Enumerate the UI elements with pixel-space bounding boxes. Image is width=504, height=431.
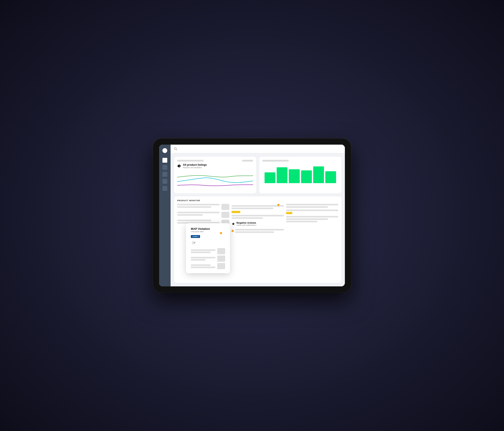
placeholder-line [191, 264, 211, 266]
placeholder-block-1 [221, 204, 229, 210]
col2-mid-placeholders [232, 215, 284, 219]
sidebar-logo [162, 148, 167, 153]
monitor-col-3 [286, 204, 338, 280]
monitor-row-2 [177, 212, 229, 218]
col3-row-3 [286, 216, 338, 222]
chart-title: All product listings [183, 163, 207, 166]
placeholder-line [286, 204, 338, 205]
placeholder-line [286, 210, 338, 211]
placeholder-line [177, 220, 211, 221]
alert-dot-bottom [232, 230, 234, 232]
yellow-badge-top [232, 211, 240, 213]
line-chart-svg [177, 170, 253, 189]
chart-label-text: All product listings Reports and analyti… [183, 163, 207, 169]
screen: All product listings Reports and analyti… [159, 145, 345, 286]
col2-top-placeholders [232, 205, 284, 209]
placeholder-line [235, 229, 284, 231]
placeholder-line [191, 257, 216, 258]
bar-6 [325, 171, 336, 183]
placeholder-line [191, 251, 211, 253]
search-icon[interactable] [174, 147, 178, 151]
popup-line-2 [191, 256, 225, 262]
monitor-title: PRODUCT MONITOR [177, 199, 338, 202]
placeholder-line [191, 249, 216, 251]
popup-line-1 [191, 248, 225, 254]
col2-bottom-placeholders [235, 229, 284, 233]
placeholder-line [235, 231, 274, 233]
bar-chart-header [262, 160, 338, 162]
map-violation-popup: MAP Violation Low price alert LOWE'S › ☞ [186, 223, 230, 273]
chart-placeholder-short [242, 160, 253, 162]
sidebar-item-products[interactable] [162, 165, 167, 170]
bar-4 [301, 170, 312, 183]
popup-line-2-text [191, 257, 216, 261]
placeholder-line [286, 216, 338, 217]
sidebar-item-settings[interactable] [162, 179, 167, 184]
bar-1 [265, 172, 275, 183]
popup-line-1-text [191, 249, 216, 253]
negative-reviews-subtitle: Alerts and notifications [236, 224, 256, 226]
popup-line-3-text [191, 264, 216, 268]
chart-label-area: All product listings Reports and analyti… [177, 163, 253, 169]
placeholder-line [286, 218, 328, 220]
chart-placeholder-title [177, 160, 204, 162]
placeholder-line [232, 207, 273, 209]
monitor-row-1-text [177, 204, 220, 208]
placeholder-line [177, 212, 220, 213]
monitor-col-2: ★ Negative reviews Alerts and notificati… [232, 204, 284, 280]
sidebar-item-reports[interactable] [162, 172, 167, 177]
main-content: All product listings Reports and analyti… [171, 145, 345, 286]
popup-block-1 [217, 248, 225, 254]
popup-lines [191, 248, 225, 269]
popup-block-2 [217, 256, 225, 262]
placeholder-line [286, 221, 317, 222]
placeholder-line [177, 206, 211, 208]
bar-3 [289, 169, 299, 183]
chevron-right-icon: › [201, 235, 202, 238]
star-icon: ★ [232, 222, 235, 226]
sidebar-item-dashboard[interactable] [162, 158, 167, 163]
placeholder-line [232, 217, 263, 219]
charts-row: All product listings Reports and analyti… [174, 157, 341, 193]
bar-chart-area [262, 163, 338, 183]
placeholder-line [177, 214, 203, 216]
placeholder-line [191, 267, 216, 268]
monitor-row-2-text [177, 212, 220, 216]
popup-block-3 [217, 263, 225, 269]
placeholder-line [286, 206, 328, 208]
placeholder-line [232, 205, 284, 207]
popup-title: MAP Violation [191, 227, 225, 231]
device-frame: All product listings Reports and analyti… [153, 138, 351, 293]
content-area: All product listings Reports and analyti… [171, 153, 345, 286]
negative-reviews-title: Negative reviews [236, 221, 256, 224]
cube-icon [177, 164, 181, 168]
popup-retailer-row[interactable]: LOWE'S › [191, 235, 225, 238]
svg-line-1 [176, 149, 177, 150]
line-chart-card: All product listings Reports and analyti… [174, 157, 256, 193]
bar-chart-card [259, 157, 341, 193]
bar-5 [313, 166, 324, 183]
monitor-row-1 [177, 204, 229, 210]
top-bar [171, 145, 345, 153]
col3-row-1 [286, 204, 338, 208]
placeholder-line [177, 204, 220, 205]
popup-alert-dot [220, 232, 222, 234]
hand-cursor-icon: ☞ [192, 240, 225, 246]
negative-reviews-row: ★ Negative reviews Alerts and notificati… [232, 221, 284, 227]
alert-dot-top [277, 204, 279, 206]
bar-chart-placeholder [262, 160, 289, 162]
placeholder-line [232, 215, 284, 216]
placeholder-block-2 [221, 212, 229, 218]
col3-row-2 [286, 210, 338, 214]
sidebar-item-alerts[interactable] [162, 186, 167, 191]
negative-reviews-text: Negative reviews Alerts and notification… [236, 221, 256, 226]
yellow-badge-right [286, 212, 292, 214]
popup-line-3 [191, 263, 225, 269]
bar-2 [277, 167, 288, 183]
chart-subtitle: Reports and analytics [183, 166, 207, 169]
chart-header [177, 160, 253, 162]
sidebar [159, 145, 171, 286]
lowes-badge: LOWE'S [191, 235, 200, 238]
col2-bottom-area [232, 229, 284, 233]
placeholder-line [191, 259, 206, 261]
